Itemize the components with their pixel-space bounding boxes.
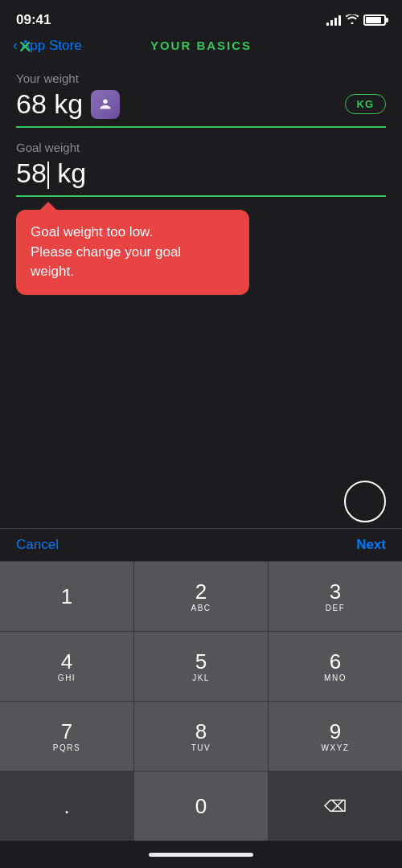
status-time: 09:41 [16, 12, 51, 28]
next-button[interactable]: Next [356, 537, 386, 553]
goal-input-row: 58 kg [16, 158, 386, 195]
text-cursor [47, 162, 49, 189]
goal-unit: kg [50, 158, 86, 188]
goal-number: 58 [16, 158, 47, 188]
key-5[interactable]: 5 JKL [134, 632, 268, 701]
cancel-button[interactable]: Cancel [16, 537, 59, 553]
float-circle-button[interactable] [344, 481, 386, 522]
key-0[interactable]: 0 [134, 772, 268, 841]
key-3[interactable]: 3 DEF [269, 562, 402, 631]
page-title: YOUR BASICS [150, 39, 252, 52]
nav-bar: ‹ App Store ✕ YOUR BASICS [0, 35, 402, 59]
close-icon: ✕ [18, 39, 32, 56]
signal-icon [326, 14, 341, 26]
key-8[interactable]: 8 TUV [134, 702, 268, 771]
status-icons [326, 14, 386, 27]
weight-label: Your weight [16, 72, 386, 85]
keyboard-toolbar: Cancel Next [0, 528, 402, 561]
weight-divider [16, 126, 386, 128]
content-area: Your weight 68 kg KG Goal weight 58 kg [0, 59, 402, 295]
svg-point-0 [103, 99, 108, 103]
weight-value: 68 kg [16, 88, 120, 120]
key-6[interactable]: 6 MNO [269, 632, 402, 701]
goal-weight-section: Goal weight 58 kg Goal weight too low.Pl… [16, 141, 386, 295]
error-tooltip: Goal weight too low.Please change your g… [16, 210, 249, 295]
app-icon [91, 90, 120, 119]
unit-toggle-button[interactable]: KG [345, 94, 387, 114]
home-bar [149, 853, 253, 857]
wifi-icon [346, 14, 359, 27]
error-message: Goal weight too low.Please change your g… [31, 224, 181, 279]
weight-number: 68 kg [16, 88, 83, 120]
delete-icon: ⌫ [324, 796, 347, 816]
goal-weight-label: Goal weight [16, 141, 386, 154]
home-indicator [0, 841, 402, 868]
keyboard-container: Cancel Next 1 2 ABC 3 DEF 4 GHI 5 JKL 6 … [0, 528, 402, 868]
key-9[interactable]: 9 WXYZ [269, 702, 402, 771]
battery-icon [363, 14, 386, 26]
key-delete[interactable]: ⌫ [269, 772, 402, 841]
goal-weight-value[interactable]: 58 kg [16, 158, 86, 189]
key-dot[interactable]: . [0, 772, 133, 841]
key-2[interactable]: 2 ABC [134, 562, 268, 631]
weight-section: Your weight 68 kg KG [16, 72, 386, 128]
key-7[interactable]: 7 PQRS [0, 702, 133, 771]
goal-divider [16, 195, 386, 197]
keyboard-grid: 1 2 ABC 3 DEF 4 GHI 5 JKL 6 MNO 7 PQRS 8 [0, 561, 402, 841]
close-button[interactable]: ✕ [13, 35, 37, 59]
weight-row: 68 kg KG [16, 88, 386, 126]
key-4[interactable]: 4 GHI [0, 632, 133, 701]
key-1[interactable]: 1 [0, 562, 133, 631]
status-bar: 09:41 [0, 0, 402, 35]
